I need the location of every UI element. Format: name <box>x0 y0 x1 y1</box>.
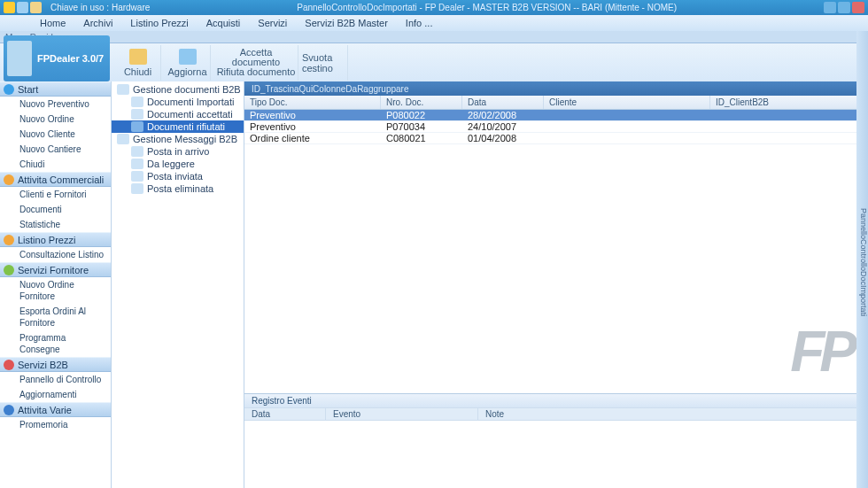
minimize-button[interactable] <box>824 2 836 13</box>
events-title: Registro Eventi <box>244 394 868 408</box>
refresh-icon <box>179 49 197 65</box>
right-docked-tab[interactable]: PannelloControlloDocImportati <box>856 31 868 488</box>
tree-node[interactable]: Gestione documenti B2B <box>112 83 244 96</box>
events-body[interactable] <box>244 421 868 488</box>
tree-node[interactable]: Documenti rifiutati <box>112 120 244 133</box>
brand-logo-icon <box>7 41 32 76</box>
col-nro[interactable]: Nro. Doc. <box>381 96 462 109</box>
brand-text: FPDealer 3.0/7 <box>37 53 104 64</box>
table-row[interactable]: Ordine clienteC08002101/04/2008 <box>244 133 868 144</box>
nav-item[interactable]: Clienti e Fornitori <box>0 187 111 202</box>
nav-b2b-header[interactable]: Servizi B2B <box>0 357 111 372</box>
nav-item[interactable]: Nuovo Preventivo <box>0 97 111 112</box>
ribbon: Chiudi Aggiorna Accetta documento Rifiut… <box>0 43 868 81</box>
folder-icon <box>131 159 143 169</box>
ribbon-svuota[interactable]: Svuota cestino <box>302 45 348 81</box>
folder-icon <box>131 97 143 107</box>
nav-varie-header[interactable]: Attivita Varie <box>0 402 111 417</box>
nav-start-header[interactable]: Start <box>0 81 111 97</box>
folder-icon <box>131 183 143 194</box>
nav-att-header[interactable]: Attivita Commerciali <box>0 172 111 187</box>
menu-acquisti[interactable]: Acquisti <box>206 18 241 28</box>
brand-badge: FPDealer 3.0/7 <box>4 35 110 81</box>
tree-panel: Gestione documenti B2BDocumenti Importat… <box>112 81 244 488</box>
menu-archivi[interactable]: Archivi <box>83 18 112 28</box>
ribbon-tab[interactable]: Menu Rapido <box>0 31 868 43</box>
table-row[interactable]: PreventivoP07003424/10/2007 <box>244 121 868 133</box>
folder-icon <box>131 146 143 157</box>
activity-icon <box>4 174 14 185</box>
tree-node[interactable]: Documenti accettati <box>112 108 244 120</box>
nav-item[interactable]: Pannello di Controllo <box>0 372 111 387</box>
license-text: Chiave in uso : Hardware <box>50 3 150 12</box>
col-data[interactable]: Data <box>462 96 544 109</box>
grid-header: Tipo Doc. Nro. Doc. Data Cliente ID_Clie… <box>244 96 868 110</box>
nav-item[interactable]: Consultazione Listino <box>0 247 111 262</box>
b2b-icon <box>4 360 14 370</box>
events-header: Data Evento Note <box>244 408 868 421</box>
nav-item[interactable]: Statistiche <box>0 217 111 232</box>
group-by-bar[interactable]: ID_TrascinaQuiColonneDaRaggruppare <box>244 81 868 96</box>
ribbon-docs[interactable]: Accetta documento Rifiuta documento <box>214 45 298 81</box>
tree-node[interactable]: Documenti Importati <box>112 96 244 108</box>
nav-item[interactable]: Nuovo Cliente <box>0 127 111 142</box>
col-idclient[interactable]: ID_ClientB2B <box>710 96 868 109</box>
col-cliente[interactable]: Cliente <box>544 96 710 109</box>
nav-item[interactable]: Promemoria <box>0 417 111 432</box>
watermark-logo: FP <box>790 319 852 384</box>
folder-icon <box>117 84 129 95</box>
pricelist-icon <box>4 235 14 245</box>
nav-servf-header[interactable]: Servizi Fornitore <box>0 262 111 277</box>
ev-col-data[interactable]: Data <box>244 408 326 420</box>
menubar: Home Archivi Listino Prezzi Acquisti Ser… <box>0 15 868 31</box>
menu-listino[interactable]: Listino Prezzi <box>130 18 188 28</box>
window-controls <box>824 2 864 13</box>
nav-item[interactable]: Documenti <box>0 202 111 217</box>
qat-icon[interactable] <box>17 2 28 13</box>
supplier-icon <box>4 265 14 275</box>
nav-item[interactable]: Nuovo Ordine Fornitore <box>0 277 111 304</box>
folder-icon <box>131 121 143 132</box>
close-folder-icon <box>129 49 147 65</box>
nav-listino-header[interactable]: Listino Prezzi <box>0 232 111 247</box>
table-row[interactable]: PreventivoP08002228/02/2008 <box>244 110 868 121</box>
tree-node[interactable]: Posta inviata <box>112 170 244 182</box>
menu-info[interactable]: Info ... <box>406 18 433 28</box>
left-nav: Start Nuovo PreventivoNuovo OrdineNuovo … <box>0 81 112 488</box>
app-icon <box>4 2 15 13</box>
menu-b2b[interactable]: Servizi B2B Master <box>305 18 388 28</box>
tree-node[interactable]: Gestione Messaggi B2B <box>112 133 244 145</box>
tree-node[interactable]: Posta eliminata <box>112 182 244 195</box>
qat-icon-2[interactable] <box>30 2 42 13</box>
nav-item[interactable]: Chiudi <box>0 157 111 172</box>
menu-servizi[interactable]: Servizi <box>258 18 287 28</box>
content-area: ID_TrascinaQuiColonneDaRaggruppare Tipo … <box>244 81 868 488</box>
nav-item[interactable]: Programma Consegne <box>0 330 111 357</box>
folder-icon <box>131 171 143 182</box>
ev-col-note[interactable]: Note <box>478 408 868 420</box>
events-panel: Registro Eventi Data Evento Note <box>244 393 868 488</box>
col-tipo[interactable]: Tipo Doc. <box>244 96 381 109</box>
nav-item[interactable]: Aggiornamenti <box>0 387 111 402</box>
menu-home[interactable]: Home <box>40 18 66 28</box>
start-icon <box>4 84 14 95</box>
ribbon-chiudi[interactable]: Chiudi <box>115 45 161 81</box>
ribbon-aggiorna[interactable]: Aggiorna <box>165 45 211 81</box>
titlebar: Chiave in uso : Hardware PannelloControl… <box>0 0 868 15</box>
tree-node[interactable]: Posta in arrivo <box>112 145 244 158</box>
close-button[interactable] <box>852 2 864 13</box>
titlebar-left: Chiave in uso : Hardware <box>4 2 150 13</box>
folder-icon <box>117 134 129 144</box>
tree-node[interactable]: Da leggere <box>112 158 244 170</box>
nav-item[interactable]: Nuovo Cantiere <box>0 142 111 157</box>
window-title: PannelloControlloDocImportati - FP Deale… <box>150 3 824 12</box>
nav-item[interactable]: Esporta Ordini Al Fornitore <box>0 304 111 330</box>
nav-item[interactable]: Nuovo Ordine <box>0 112 111 127</box>
folder-icon <box>131 109 143 120</box>
maximize-button[interactable] <box>838 2 850 13</box>
ev-col-evento[interactable]: Evento <box>326 408 478 420</box>
grid-body[interactable]: PreventivoP08002228/02/2008PreventivoP07… <box>244 110 868 393</box>
misc-icon <box>4 405 14 415</box>
